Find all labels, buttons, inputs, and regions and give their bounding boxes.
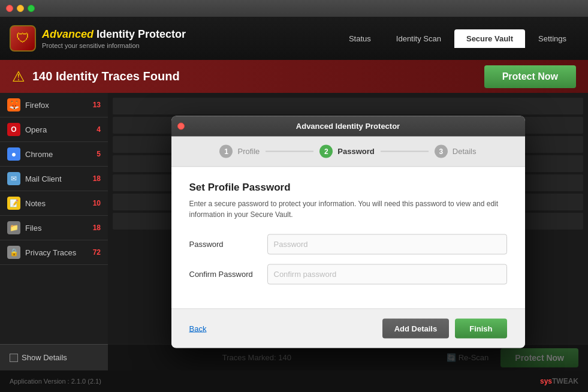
finish-button[interactable]: Finish [455, 318, 506, 338]
show-details-label: Show Details [22, 353, 67, 362]
modal-title: Advanced Identity Protector [296, 122, 400, 131]
step-circle-profile: 1 [219, 144, 233, 158]
sidebar-label-chrome: Chrome [25, 150, 92, 159]
sidebar-item-firefox[interactable]: 🦊 Firefox 13 [0, 93, 108, 117]
show-details-checkbox[interactable] [10, 354, 18, 362]
opera-icon: O [7, 123, 20, 136]
modal-description: Enter a secure password to protect your … [189, 198, 507, 219]
brand-logo: sysTWEAK [540, 377, 578, 385]
tab-settings[interactable]: Settings [526, 29, 578, 48]
sidebar-label-notes: Notes [25, 199, 88, 208]
app-name: Advanced Identity Protector [42, 28, 186, 41]
modal-titlebar: Advanced Identity Protector [171, 116, 525, 136]
sidebar-label-mail: Mail Client [25, 174, 88, 183]
warning-icon: ⚠ [12, 68, 25, 85]
step-label-details: Details [453, 147, 477, 156]
notes-icon: 📝 [7, 197, 20, 210]
sidebar-item-files[interactable]: 📁 Files 18 [0, 216, 108, 240]
app-header: 🛡 Advanced Identity Protector Protect yo… [0, 17, 588, 60]
tab-identity-scan[interactable]: Identity Scan [384, 29, 453, 48]
sidebar-item-chrome[interactable]: ● Chrome 5 [0, 142, 108, 167]
sidebar-item-notes[interactable]: 📝 Notes 10 [0, 191, 108, 216]
add-details-button[interactable]: Add Details [382, 318, 450, 338]
sidebar-count-privacy: 72 [93, 248, 101, 257]
modal-footer: Back Add Details Finish [171, 308, 525, 348]
files-icon: 📁 [7, 221, 20, 234]
step-label-profile: Profile [237, 147, 260, 156]
app-name-italic: Advanced [42, 28, 94, 40]
content-area: Advanced Identity Protector 1 Profile 2 … [108, 93, 588, 370]
step-divider-1 [266, 150, 313, 152]
app-subtitle: Protect your sensitive information [42, 42, 186, 49]
sidebar-count-files: 18 [93, 224, 101, 232]
firefox-icon: 🦊 [7, 98, 20, 111]
modal-dialog: Advanced Identity Protector 1 Profile 2 … [171, 116, 525, 348]
step-details: 3 Details [435, 144, 477, 158]
alert-banner: ⚠ 140 Identity Traces Found Protect Now [0, 60, 588, 93]
app-name-rest: Identity Protector [94, 28, 186, 40]
step-profile: 1 Profile [219, 144, 260, 158]
main-content: 🦊 Firefox 13 O Opera 4 ● Chrome 5 ✉ Mail… [0, 93, 588, 370]
tab-status[interactable]: Status [337, 29, 383, 48]
tab-secure-vault[interactable]: Secure Vault [454, 29, 525, 48]
confirm-password-input[interactable] [267, 264, 507, 284]
logo-icon: 🛡 [10, 25, 36, 52]
modal-body: Set Profile Password Enter a secure pass… [171, 167, 525, 308]
alert-text: 140 Identity Traces Found [32, 70, 180, 83]
sidebar: 🦊 Firefox 13 O Opera 4 ● Chrome 5 ✉ Mail… [0, 93, 108, 370]
password-row: Password [189, 234, 507, 254]
step-circle-password: 2 [319, 144, 333, 158]
password-label: Password [189, 240, 267, 249]
step-divider-2 [381, 150, 429, 152]
version-bar: Application Version : 2.1.0 (2.1) sysTWE… [0, 370, 588, 392]
minimize-button[interactable] [17, 5, 24, 12]
app-logo: 🛡 Advanced Identity Protector Protect yo… [10, 25, 186, 52]
sidebar-count-notes: 10 [93, 199, 101, 207]
footer-buttons: Add Details Finish [382, 318, 507, 338]
sidebar-count-opera: 4 [97, 125, 101, 134]
confirm-password-row: Confirm Password [189, 264, 507, 284]
sidebar-item-mail[interactable]: ✉ Mail Client 18 [0, 167, 108, 191]
sidebar-label-privacy: Privacy Traces [25, 248, 88, 257]
alert-left: ⚠ 140 Identity Traces Found [12, 68, 180, 85]
app-title-block: Advanced Identity Protector Protect your… [42, 28, 186, 49]
modal-close-button[interactable] [177, 122, 185, 129]
sidebar-item-opera[interactable]: O Opera 4 [0, 117, 108, 142]
maximize-button[interactable] [28, 5, 35, 12]
step-password: 2 Password [319, 144, 374, 158]
mail-icon: ✉ [7, 172, 20, 185]
modal-steps: 1 Profile 2 Password 3 Details [171, 136, 525, 167]
chrome-icon: ● [7, 147, 20, 161]
title-bar [0, 0, 588, 17]
sidebar-count-firefox: 13 [93, 101, 101, 109]
modal-section-title: Set Profile Password [189, 181, 507, 193]
sidebar-count-chrome: 5 [97, 150, 101, 158]
confirm-password-label: Confirm Password [189, 270, 267, 279]
back-button[interactable]: Back [189, 324, 207, 333]
sidebar-label-firefox: Firefox [25, 101, 88, 110]
show-details: Show Details [10, 353, 67, 362]
step-circle-details: 3 [435, 144, 448, 158]
sidebar-label-opera: Opera [25, 125, 92, 134]
close-button[interactable] [6, 5, 13, 12]
sidebar-label-files: Files [25, 224, 88, 233]
sidebar-count-mail: 18 [93, 174, 101, 183]
version-text: Application Version : 2.1.0 (2.1) [10, 378, 101, 385]
nav-tabs: Status Identity Scan Secure Vault Settin… [337, 29, 578, 48]
step-label-password: Password [337, 147, 374, 156]
sidebar-item-privacy[interactable]: 🔒 Privacy Traces 72 [0, 240, 108, 265]
password-input[interactable] [267, 234, 507, 254]
protect-now-button[interactable]: Protect Now [484, 65, 576, 88]
privacy-icon: 🔒 [7, 246, 20, 259]
